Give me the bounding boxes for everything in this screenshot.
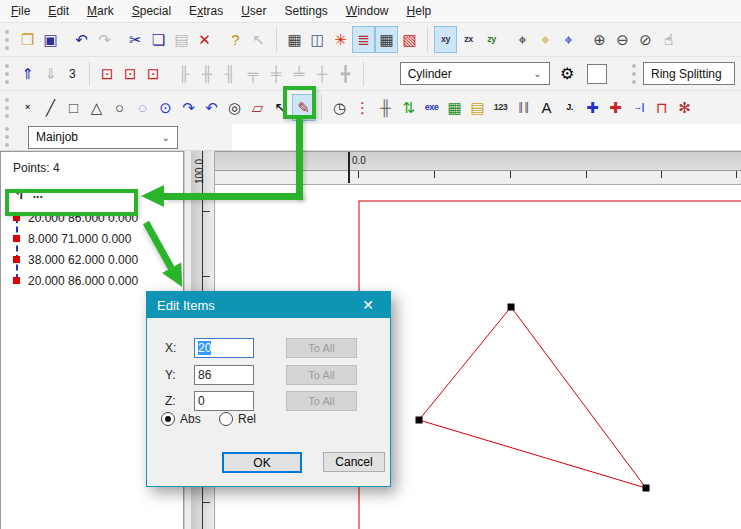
y-input[interactable]: 86: [194, 365, 254, 385]
toolbar-grip[interactable]: [5, 98, 9, 118]
help-button[interactable]: ?: [224, 26, 247, 53]
date-time-button[interactable]: ▤: [466, 94, 489, 121]
move-vertical-button[interactable]: ✚: [581, 94, 604, 121]
origin-horizontal-button[interactable]: ⊡: [119, 60, 142, 87]
vertex-handle[interactable]: [643, 485, 650, 492]
plane-zx-button[interactable]: zx: [457, 26, 480, 53]
origin-vertical-button[interactable]: ⊡: [142, 60, 165, 87]
context-help-button[interactable]: ↖: [247, 26, 270, 53]
clamp-button[interactable]: ╫: [374, 94, 397, 121]
z-to-all-button[interactable]: To All: [286, 391, 357, 411]
align-right-button[interactable]: ╢: [219, 60, 242, 87]
laser-pointer-button[interactable]: ✳: [329, 26, 352, 53]
executable-button[interactable]: exe: [420, 94, 443, 121]
io-pulse-button[interactable]: ⊓: [650, 94, 673, 121]
menu-help[interactable]: Help: [398, 1, 441, 21]
print-preview-button[interactable]: ◫: [306, 26, 329, 53]
zoom-out-button[interactable]: ⊖: [611, 26, 634, 53]
align-bottom-button[interactable]: ╧: [288, 60, 311, 87]
undo-button[interactable]: ↶: [70, 26, 93, 53]
origin-center-button[interactable]: ⊡: [96, 60, 119, 87]
delete-button[interactable]: ✕: [193, 26, 216, 53]
menu-edit[interactable]: Edit: [39, 1, 78, 21]
draw-polygon-button[interactable]: ▱: [246, 94, 269, 121]
menu-window[interactable]: Window: [337, 1, 398, 21]
point-list-item[interactable]: 38.000 62.000 0.000: [1, 249, 183, 270]
text-button[interactable]: A: [535, 94, 558, 121]
shift-updown-button[interactable]: ⇅: [397, 94, 420, 121]
color-swatch-button[interactable]: [587, 64, 607, 84]
move-to-limit-button[interactable]: →|: [627, 94, 650, 121]
open-button[interactable]: ❐: [16, 26, 39, 53]
draw-circle-button[interactable]: ○: [108, 94, 131, 121]
y-to-all-button[interactable]: To All: [286, 365, 357, 385]
draw-line-button[interactable]: ╱: [39, 94, 62, 121]
plane-xy-button[interactable]: xy: [434, 26, 457, 53]
cylinder-combo[interactable]: Cylinder ⌄: [400, 62, 550, 85]
fit-points-button[interactable]: ⌖: [557, 26, 580, 53]
draw-arc-cw-button[interactable]: ↷: [177, 94, 200, 121]
mark-dialog-button[interactable]: ≣: [352, 26, 375, 53]
draw-rectangle-button[interactable]: □: [62, 94, 85, 121]
align-top-button[interactable]: ╤: [242, 60, 265, 87]
toolbar-grip[interactable]: [5, 64, 9, 84]
calculator-button[interactable]: ▦: [375, 26, 398, 53]
paste-button[interactable]: ▤: [170, 26, 193, 53]
serial-number-button[interactable]: 123: [489, 94, 512, 121]
barcode-button[interactable]: ║║: [512, 94, 535, 121]
menu-file[interactable]: File: [2, 1, 39, 21]
draw-spiral-button[interactable]: ◎: [223, 94, 246, 121]
menu-extras[interactable]: Extras: [180, 1, 232, 21]
triangle-shape[interactable]: [419, 307, 646, 488]
move-up-button[interactable]: ⇑: [16, 60, 39, 87]
settings-button[interactable]: ⚙: [556, 60, 579, 87]
dialog-title-bar[interactable]: Edit Items ✕: [147, 292, 390, 318]
view-3d-button[interactable]: ▧: [398, 26, 421, 53]
print-button[interactable]: ▦: [283, 26, 306, 53]
rel-radio[interactable]: Rel: [219, 412, 256, 426]
align-left-button[interactable]: ╟: [173, 60, 196, 87]
menu-mark[interactable]: Mark: [78, 1, 123, 21]
draw-triangle-button[interactable]: △: [85, 94, 108, 121]
copy-button[interactable]: ❏: [147, 26, 170, 53]
move-horizontal-button[interactable]: ✚: [604, 94, 627, 121]
cut-button[interactable]: ✂: [124, 26, 147, 53]
z-input[interactable]: 0: [194, 391, 254, 411]
vertex-handle[interactable]: [508, 304, 515, 311]
vertex-handle[interactable]: [416, 417, 423, 424]
x-to-all-button[interactable]: To All: [286, 338, 357, 358]
align-center-h-button[interactable]: ╫: [196, 60, 219, 87]
zoom-window-button[interactable]: ⊘: [634, 26, 657, 53]
zoom-in-button[interactable]: ⊕: [588, 26, 611, 53]
point-list-item[interactable]: 20.000 86.000 0.000: [1, 270, 183, 291]
text-justify-button[interactable]: J.: [558, 94, 581, 121]
distribute-v-button[interactable]: ╋: [334, 60, 357, 87]
toolbar-grip[interactable]: [5, 127, 9, 147]
menu-settings[interactable]: Settings: [275, 1, 336, 21]
ok-button[interactable]: OK: [222, 452, 302, 473]
save-button[interactable]: ▣: [39, 26, 62, 53]
fit-selection-button[interactable]: ⌖: [534, 26, 557, 53]
plane-zy-button[interactable]: zy: [480, 26, 503, 53]
laser-status-button[interactable]: ⋮: [351, 94, 374, 121]
x-input[interactable]: 20: [194, 338, 254, 358]
draw-point-button[interactable]: ×: [16, 94, 39, 121]
fit-all-button[interactable]: ⌖: [511, 26, 534, 53]
align-middle-button[interactable]: ╪: [265, 60, 288, 87]
move-down-button[interactable]: ⇓: [39, 60, 62, 87]
draw-circle-center-button[interactable]: ⊙: [154, 94, 177, 121]
distribute-h-button[interactable]: ┼: [311, 60, 334, 87]
draw-arc-ccw-button[interactable]: ↶: [200, 94, 223, 121]
redo-button[interactable]: ↷: [93, 26, 116, 53]
timer-button[interactable]: ◷: [328, 94, 351, 121]
ring-splitting-field[interactable]: Ring Splitting: [643, 62, 735, 85]
draw-ellipse-button[interactable]: ◌: [131, 94, 154, 121]
wizard-button[interactable]: ✻: [673, 94, 696, 121]
menu-special[interactable]: Special: [123, 1, 180, 21]
toolbar-grip[interactable]: [5, 30, 9, 50]
raster-button[interactable]: ▦: [443, 94, 466, 121]
toolbar-grip[interactable]: [632, 64, 636, 84]
job-combo[interactable]: Mainjob ⌄: [28, 126, 178, 149]
close-button[interactable]: ✕: [356, 296, 380, 314]
abs-radio[interactable]: Abs: [161, 412, 201, 426]
